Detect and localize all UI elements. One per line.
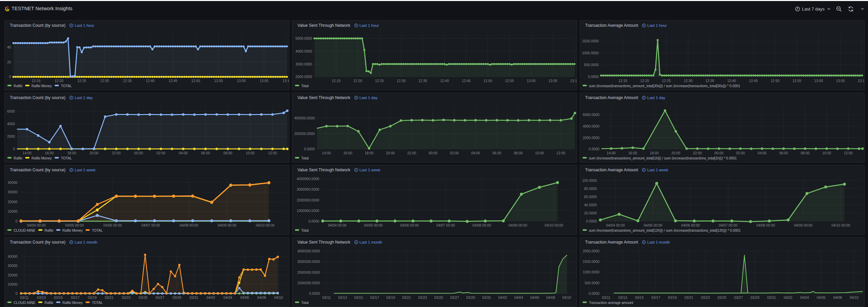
svg-text:04/07 00:00: 04/07 00:00	[141, 224, 160, 227]
svg-text:13:10: 13:10	[570, 79, 577, 83]
svg-text:12:15: 12:15	[618, 79, 627, 83]
svg-text:Total: Total	[301, 156, 309, 160]
svg-text:Total: Total	[301, 84, 309, 88]
svg-text:6000.0000: 6000.0000	[583, 113, 599, 117]
svg-text:0.0000: 0.0000	[304, 147, 315, 151]
svg-text:13:00: 13:00	[237, 79, 246, 83]
svg-text:TOTAL: TOTAL	[61, 156, 72, 160]
svg-text:04/04: 04/04	[223, 296, 232, 300]
svg-text:TOTAL: TOTAL	[61, 84, 72, 88]
svg-text:12:15: 12:15	[32, 79, 41, 83]
svg-text:2000000.0000: 2000000.0000	[297, 198, 320, 202]
svg-text:100.0000: 100.0000	[582, 179, 597, 183]
svg-text:Rafiki: Rafiki	[44, 229, 53, 232]
svg-text:04/02: 04/02	[783, 296, 792, 300]
svg-text:10000: 10000	[8, 283, 18, 286]
svg-text:12:45: 12:45	[462, 79, 471, 83]
svg-text:00:00: 00:00	[429, 151, 437, 155]
svg-text:13:05: 13:05	[836, 79, 845, 83]
svg-text:12:30: 12:30	[684, 79, 692, 83]
svg-text:12:30: 12:30	[397, 79, 405, 83]
svg-text:3000000.0000: 3000000.0000	[297, 188, 320, 191]
svg-text:04:00: 04:00	[179, 151, 187, 155]
svg-text:03/13: 03/13	[338, 296, 347, 300]
svg-text:06:00: 06:00	[492, 151, 501, 155]
svg-text:12:55: 12:55	[505, 79, 514, 83]
svg-text:12:50: 12:50	[483, 79, 492, 83]
svg-text:0.0000: 0.0000	[589, 292, 599, 295]
svg-text:04/06: 04/06	[240, 296, 249, 300]
svg-text:12:25: 12:25	[77, 79, 86, 83]
svg-text:12:00: 12:00	[556, 151, 565, 155]
svg-text:04/10: 04/10	[850, 296, 858, 300]
svg-text:04/04 00:00: 04/04 00:00	[27, 224, 46, 227]
svg-text:4000000.0000: 4000000.0000	[297, 177, 320, 181]
svg-text:22:00: 22:00	[112, 151, 121, 155]
svg-text:0.0000: 0.0000	[588, 75, 599, 79]
svg-text:04/09 00:00: 04/09 00:00	[794, 224, 813, 227]
svg-text:Rafiki: Rafiki	[14, 84, 22, 88]
svg-text:04/09 00:00: 04/09 00:00	[508, 224, 527, 227]
svg-text:22:00: 22:00	[693, 151, 702, 155]
svg-text:14:00: 14:00	[322, 151, 331, 155]
svg-text:1500.0000: 1500.0000	[582, 39, 599, 43]
svg-text:20000: 20000	[8, 273, 18, 277]
svg-text:03/17: 03/17	[651, 296, 660, 300]
svg-text:2000.0000: 2000.0000	[583, 249, 599, 253]
svg-text:12:25: 12:25	[662, 79, 671, 83]
svg-text:4000.0000: 4000.0000	[583, 124, 599, 128]
svg-text:04/10 00:00: 04/10 00:00	[256, 224, 274, 227]
svg-text:04/08: 04/08	[833, 296, 842, 300]
svg-text:4000000.0000: 4000000.0000	[297, 249, 320, 253]
svg-text:12:35: 12:35	[705, 79, 714, 83]
svg-text:0: 0	[16, 292, 18, 295]
svg-text:04/08 00:00: 04/08 00:00	[756, 224, 775, 227]
svg-text:04/10: 04/10	[274, 296, 283, 300]
svg-text:CLOUD-NINE: CLOUD-NINE	[14, 301, 35, 305]
svg-text:30000: 30000	[8, 264, 18, 268]
svg-text:04/04 00:00: 04/04 00:00	[606, 224, 625, 227]
svg-text:03/29: 03/29	[466, 296, 475, 300]
svg-text:02:00: 02:00	[736, 151, 745, 155]
svg-text:03/25: 03/25	[434, 296, 443, 300]
svg-text:20000: 20000	[8, 200, 18, 204]
svg-text:12:40: 12:40	[727, 79, 736, 83]
svg-text:10:00: 10:00	[535, 151, 544, 155]
svg-text:sum (increase(transactions_amo: sum (increase(transactions_amount_total[…	[589, 156, 737, 160]
svg-text:03/21: 03/21	[684, 296, 693, 300]
svg-text:400000.0000: 400000.0000	[294, 116, 315, 120]
svg-text:18:00: 18:00	[650, 151, 659, 155]
svg-text:16:00: 16:00	[628, 151, 637, 155]
svg-text:0.0000: 0.0000	[586, 219, 597, 223]
svg-text:12:20: 12:20	[55, 79, 64, 83]
svg-text:04/04: 04/04	[514, 296, 523, 300]
svg-text:03/17: 03/17	[71, 296, 80, 300]
svg-text:0: 0	[9, 75, 11, 79]
svg-text:03/23: 03/23	[418, 296, 427, 300]
svg-text:0.0000: 0.0000	[589, 147, 599, 151]
svg-text:Rafiki Money: Rafiki Money	[32, 156, 52, 160]
svg-text:03/21: 03/21	[105, 296, 113, 300]
svg-text:04/06 00:00: 04/06 00:00	[681, 224, 700, 227]
svg-text:12:35: 12:35	[418, 79, 427, 83]
svg-text:12:50: 12:50	[771, 79, 779, 83]
svg-text:1000.0000: 1000.0000	[583, 270, 599, 274]
svg-text:03/11: 03/11	[322, 296, 331, 300]
svg-text:04/10 00:00: 04/10 00:00	[545, 224, 563, 227]
svg-text:02:00: 02:00	[450, 151, 459, 155]
svg-text:04/07 00:00: 04/07 00:00	[719, 224, 738, 227]
svg-text:03/13: 03/13	[37, 296, 46, 300]
svg-text:18:00: 18:00	[67, 151, 76, 155]
svg-text:Total: Total	[301, 301, 309, 305]
svg-text:2000.0000: 2000.0000	[295, 75, 312, 79]
svg-text:Rafiki Money: Rafiki Money	[62, 301, 83, 305]
svg-text:Transaction average amount: Transaction average amount	[589, 301, 633, 305]
svg-text:08:00: 08:00	[223, 151, 232, 155]
svg-text:12:50: 12:50	[191, 79, 200, 83]
svg-text:12:45: 12:45	[168, 79, 177, 83]
svg-text:04/04: 04/04	[800, 296, 809, 300]
svg-text:03/27: 03/27	[450, 296, 459, 300]
svg-text:Rafiki Money: Rafiki Money	[62, 229, 83, 232]
svg-text:03/15: 03/15	[354, 296, 363, 300]
svg-text:1000.0000: 1000.0000	[582, 51, 599, 55]
